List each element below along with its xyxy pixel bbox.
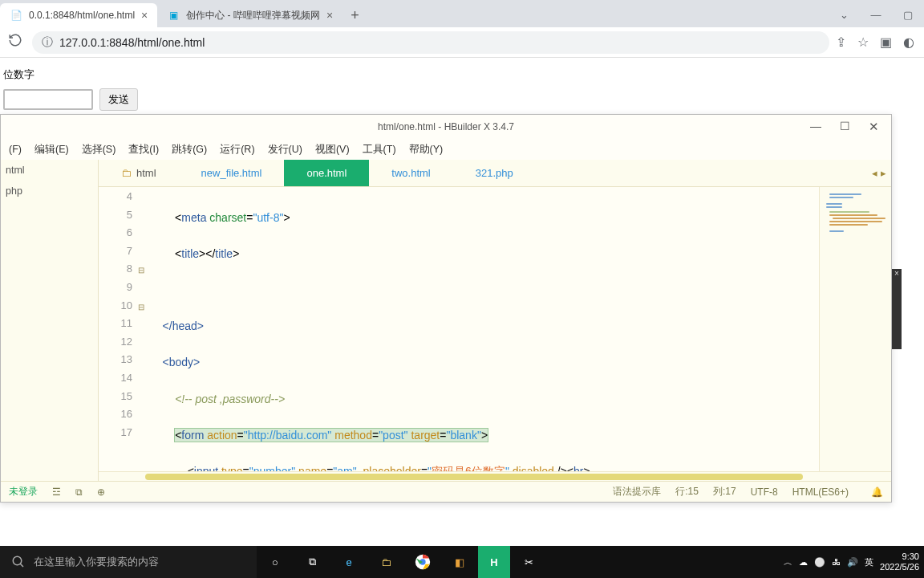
encoding[interactable]: UTF-8: [751, 486, 778, 498]
ide-menubar: (F) 编辑(E) 选择(S) 查找(I) 跳转(G) 运行(R) 发行(U) …: [1, 139, 891, 160]
menu-edit[interactable]: 编辑(E): [30, 141, 74, 158]
tab-label: new_file.html: [201, 167, 262, 179]
hbuilder-window: html/one.html - HBuilder X 3.4.7 — ☐ ✕ (…: [0, 114, 892, 503]
menu-help[interactable]: 帮助(Y): [404, 141, 448, 158]
fold-icon[interactable]: ⊟: [138, 303, 144, 311]
code-editor[interactable]: <meta charset="utf-8"> <title></title> <…: [145, 187, 819, 471]
windows-taskbar: 在这里输入你要搜索的内容 ○ ⧉ e 🗀 ◧ H ✂ ︿ ☁ ⚪ 🖧 🔊 英 9…: [0, 546, 924, 578]
extensions-icon[interactable]: ▣: [880, 35, 892, 50]
info-icon: ⓘ: [42, 35, 53, 50]
menu-view[interactable]: 视图(V): [310, 141, 355, 158]
wifi-icon[interactable]: ⚪: [814, 557, 825, 568]
tab-navigation[interactable]: ◂ ▸: [867, 160, 891, 186]
page-icon: 📄: [10, 9, 22, 22]
browser-tab-strip: 📄 0.0.1:8848/html/one.html × ▣ 创作中心 - 哔哩…: [0, 0, 924, 27]
tab-label: html: [136, 167, 156, 179]
reload-button[interactable]: [5, 33, 26, 51]
login-status[interactable]: 未登录: [9, 485, 38, 499]
line-gutter: 4567 8⊟ 9 10⊟ 11121314 151617: [99, 187, 145, 471]
edge-icon[interactable]: e: [330, 546, 367, 578]
system-tray: ︿ ☁ ⚪ 🖧 🔊 英 9:30 2022/5/26: [784, 552, 924, 572]
date: 2022/5/26: [880, 562, 919, 572]
fold-icon[interactable]: ⊟: [138, 266, 144, 275]
taskbar-search[interactable]: 在这里输入你要搜索的内容: [0, 546, 257, 578]
rendered-page: 位数字 发送: [0, 64, 201, 114]
close-icon[interactable]: ×: [141, 9, 148, 22]
url-input[interactable]: ⓘ 127.0.0.1:8848/html/one.html: [32, 31, 829, 54]
ide-titlebar[interactable]: html/one.html - HBuilder X 3.4.7 — ☐ ✕: [1, 115, 891, 139]
browser-tab-1[interactable]: 📄 0.0.1:8848/html/one.html ×: [0, 3, 157, 27]
menu-goto[interactable]: 跳转(G): [167, 141, 212, 158]
scrollbar-thumb[interactable]: [145, 474, 803, 480]
bell-icon[interactable]: 🔔: [871, 486, 883, 498]
network-icon[interactable]: 🖧: [832, 557, 841, 567]
minimap[interactable]: [819, 187, 891, 471]
side-panel-collapsed[interactable]: ×: [892, 269, 902, 349]
svg-point-0: [13, 556, 22, 565]
tab-label: one.html: [306, 167, 346, 179]
close-icon[interactable]: ×: [326, 9, 333, 22]
onedrive-icon[interactable]: ☁: [799, 557, 808, 568]
editor-tab[interactable]: new_file.html: [179, 160, 285, 186]
time: 9:30: [880, 552, 919, 562]
list-icon[interactable]: ☲: [52, 486, 61, 498]
address-bar: ⓘ 127.0.0.1:8848/html/one.html ⇪ ☆ ▣ ◐: [0, 27, 924, 58]
placeholder-label: 位数字: [0, 64, 201, 85]
menu-select[interactable]: 选择(S): [77, 141, 121, 158]
app-icon[interactable]: ◧: [441, 546, 478, 578]
menu-publish[interactable]: 发行(U): [263, 141, 307, 158]
terminal-icon[interactable]: ⧉: [75, 486, 83, 498]
capcut-icon[interactable]: ✂: [510, 546, 547, 578]
menu-find[interactable]: 查找(I): [124, 141, 164, 158]
language-mode[interactable]: HTML(ES6+): [792, 486, 849, 498]
chrome-icon[interactable]: [404, 546, 441, 578]
search-icon: [11, 555, 26, 569]
share-icon[interactable]: ⇪: [836, 35, 846, 50]
cursor-line: 行:15: [675, 485, 699, 499]
editor-tab-bar: 🗀html new_file.html one.html two.html 32…: [99, 160, 891, 187]
ide-title-text: html/one.html - HBuilder X 3.4.7: [378, 121, 514, 132]
new-tab-button[interactable]: +: [342, 3, 367, 27]
editor-tab[interactable]: 321.php: [453, 160, 536, 186]
menu-file[interactable]: (F): [4, 142, 26, 157]
horizontal-scrollbar[interactable]: [99, 471, 891, 481]
minimize-icon[interactable]: —: [804, 120, 827, 134]
maximize-icon[interactable]: ☐: [833, 120, 856, 134]
volume-icon[interactable]: 🔊: [847, 557, 858, 568]
menu-run[interactable]: 运行(R): [215, 141, 259, 158]
ide-statusbar: 未登录 ☲ ⧉ ⊕ 语法提示库 行:15 列:17 UTF-8 HTML(ES6…: [1, 481, 891, 502]
menu-tools[interactable]: 工具(T): [358, 141, 401, 158]
ime-indicator[interactable]: 英: [865, 556, 873, 568]
task-view-icon[interactable]: ⧉: [294, 546, 330, 578]
minimize-icon[interactable]: —: [860, 3, 892, 27]
profile-icon[interactable]: ◐: [903, 35, 914, 50]
close-icon[interactable]: ✕: [862, 120, 885, 134]
tab-title: 创作中心 - 哔哩哔哩弹幕视频网: [186, 9, 320, 22]
folder-icon: 🗀: [121, 167, 132, 179]
chevron-up-icon[interactable]: ︿: [784, 556, 792, 568]
sidebar-item[interactable]: php: [1, 181, 98, 201]
star-icon[interactable]: ☆: [857, 35, 869, 50]
clock[interactable]: 9:30 2022/5/26: [880, 552, 919, 572]
cortana-icon[interactable]: ○: [257, 546, 294, 578]
editor-tab[interactable]: two.html: [369, 160, 452, 186]
editor-tab-active[interactable]: one.html: [284, 160, 369, 186]
chevron-down-icon[interactable]: ⌄: [828, 3, 860, 27]
tab-label: two.html: [391, 167, 430, 179]
editor-tab-folder[interactable]: 🗀html: [99, 160, 179, 186]
number-input[interactable]: [3, 89, 93, 110]
cursor-col: 列:17: [713, 485, 736, 499]
ide-sidebar[interactable]: ntml php: [1, 160, 99, 481]
syntax-hint[interactable]: 语法提示库: [613, 485, 661, 499]
close-icon[interactable]: ×: [892, 269, 902, 278]
tab-label: 321.php: [476, 167, 513, 179]
maximize-icon[interactable]: ▢: [892, 3, 924, 27]
url-text: 127.0.0.1:8848/html/one.html: [59, 36, 205, 49]
explorer-icon[interactable]: 🗀: [367, 546, 404, 578]
browser-window-controls: ⌄ — ▢: [828, 3, 924, 27]
browser-tab-2[interactable]: ▣ 创作中心 - 哔哩哔哩弹幕视频网 ×: [157, 3, 342, 27]
globe-icon[interactable]: ⊕: [97, 486, 105, 498]
hbuilder-icon[interactable]: H: [478, 546, 510, 578]
submit-button[interactable]: 发送: [99, 88, 138, 111]
sidebar-item[interactable]: ntml: [1, 160, 98, 181]
